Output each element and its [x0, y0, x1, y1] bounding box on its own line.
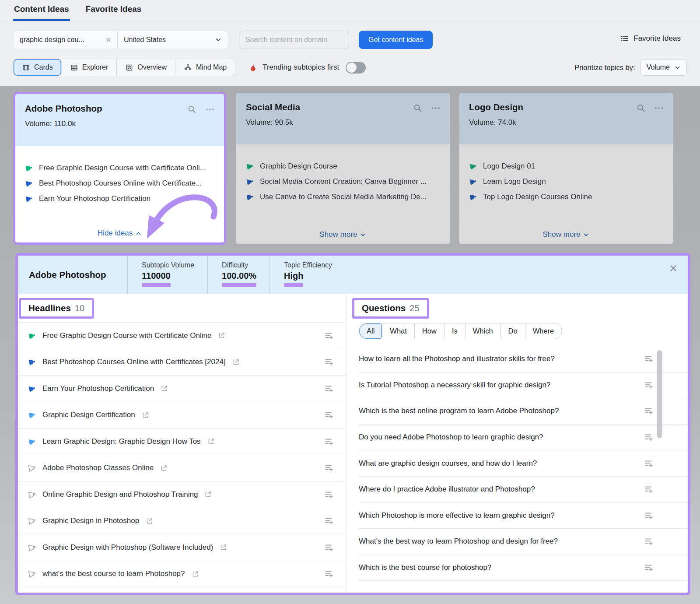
hide-ideas-link[interactable]: Hide ideas [15, 229, 224, 238]
external-link-icon[interactable] [192, 570, 199, 578]
add-to-list-icon[interactable] [324, 437, 334, 446]
idea-item[interactable]: Graphic Design Course [246, 162, 442, 171]
more-menu-icon[interactable] [430, 103, 441, 113]
question-filter-pill[interactable]: Is [444, 323, 466, 339]
tab-favorite-ideas[interactable]: Favorite Ideas [85, 0, 143, 21]
get-content-ideas-button[interactable]: Get content ideas [359, 31, 433, 49]
idea-item[interactable]: Use Canva to Create Social Media Marketi… [246, 193, 442, 201]
country-select[interactable]: United States [118, 31, 228, 49]
add-to-list-icon[interactable] [324, 569, 334, 579]
add-to-list-icon[interactable] [324, 463, 334, 473]
add-to-list-icon[interactable] [644, 380, 654, 390]
add-to-list-icon[interactable] [644, 537, 654, 546]
clear-keyword-icon[interactable] [105, 36, 112, 43]
chevron-down-icon [215, 36, 222, 43]
idea-item[interactable]: Earn Your Photoshop Certification [25, 194, 216, 203]
add-to-list-icon[interactable] [644, 563, 654, 572]
question-filter-pill[interactable]: How [415, 323, 444, 339]
headline-link[interactable]: Free Graphic Design Course with Certific… [42, 331, 211, 340]
headlines-title: Headlines [28, 303, 71, 313]
add-to-list-icon[interactable] [324, 410, 334, 420]
megaphone-icon [246, 177, 255, 186]
add-to-list-icon[interactable] [324, 331, 334, 341]
view-mindmap-button[interactable]: Mind Map [175, 59, 235, 76]
keyword-input[interactable]: graphic design cou... [14, 31, 118, 49]
trending-toggle[interactable] [346, 62, 366, 74]
add-to-list-icon[interactable] [324, 490, 334, 499]
megaphone-icon [28, 358, 37, 366]
external-link-icon[interactable] [207, 438, 215, 445]
idea-item[interactable]: Top Logo Design Courses Online [469, 193, 665, 201]
favorite-ideas-link[interactable]: Favorite Ideas [620, 34, 681, 43]
headline-link[interactable]: what's the best course to learn Photosho… [42, 569, 185, 578]
stat-label: Subtopic Volume [142, 261, 194, 269]
close-icon[interactable] [668, 263, 678, 273]
external-link-icon[interactable] [161, 385, 168, 392]
add-to-list-icon[interactable] [644, 406, 654, 416]
headline-link[interactable]: Earn Your Photoshop Certification [42, 384, 154, 393]
list-icon [620, 34, 629, 43]
highlight-underline [222, 283, 256, 287]
add-to-list-icon[interactable] [644, 485, 654, 494]
stat-difficulty: Difficulty 100.00% [207, 256, 270, 294]
idea-text: Graphic Design Course [260, 162, 337, 171]
add-to-list-icon[interactable] [324, 384, 334, 393]
card-title: Adobe Photoshop [25, 103, 214, 114]
search-icon[interactable] [413, 103, 423, 113]
prioritize-select[interactable]: Volume [640, 59, 687, 76]
view-explorer-button[interactable]: Explorer [62, 59, 117, 76]
show-more-link[interactable]: Show more [236, 230, 450, 239]
view-cards-button[interactable]: Cards [14, 59, 62, 76]
question-filter-pill[interactable]: Do [501, 323, 525, 339]
add-to-list-icon[interactable] [324, 357, 334, 367]
external-link-icon[interactable] [218, 332, 225, 339]
question-filter-pill[interactable]: All [359, 323, 382, 339]
view-overview-button[interactable]: Overview [117, 59, 175, 76]
external-link-icon[interactable] [204, 491, 212, 498]
scrollbar[interactable] [657, 350, 662, 438]
megaphone-icon [28, 569, 37, 578]
question-filter-pill[interactable]: Which [466, 323, 501, 339]
hide-ideas-label: Hide ideas [98, 229, 133, 238]
tab-content-ideas[interactable]: Content Ideas [13, 0, 70, 21]
idea-item[interactable]: Best Photoshop Courses Online with Certi… [25, 179, 216, 188]
add-to-list-icon[interactable] [644, 432, 654, 442]
headline-link[interactable]: Adobe Photoshop Classes Online [42, 464, 154, 472]
search-icon[interactable] [636, 103, 646, 113]
panel-body: Headlines 10 Free Graphic Design Course … [18, 294, 688, 593]
idea-item[interactable]: Logo Design 01 [469, 162, 665, 171]
headline-link[interactable]: Graphic Design Certification [42, 411, 135, 419]
external-link-icon[interactable] [146, 517, 153, 525]
headline-link[interactable]: Learn Graphic Design: Graphic Design How… [42, 437, 201, 446]
show-more-link[interactable]: Show more [459, 230, 673, 239]
external-link-icon[interactable] [220, 544, 227, 551]
add-to-list-icon[interactable] [644, 511, 654, 520]
more-menu-icon[interactable] [205, 105, 215, 114]
add-to-list-icon[interactable] [324, 543, 334, 552]
idea-item[interactable]: Learn Logo Design [469, 177, 665, 186]
domain-search-input[interactable] [239, 31, 349, 49]
add-to-list-icon[interactable] [324, 516, 334, 526]
headline-link[interactable]: Online Graphic Design and Photoshop Trai… [42, 490, 198, 499]
external-link-icon[interactable] [160, 464, 168, 472]
question-filter-pill[interactable]: What [382, 323, 415, 339]
card-body: Free Graphic Design Course with Certific… [15, 146, 224, 242]
idea-text: Top Logo Design Courses Online [483, 193, 592, 201]
headline-link[interactable]: Graphic Design in Photoshop [42, 516, 139, 525]
idea-item[interactable]: Social Media Content Creation: Canva Beg… [246, 177, 442, 186]
headlines-column: Headlines 10 Free Graphic Design Course … [18, 294, 346, 593]
headline-row: Earn Your Photoshop Certification [18, 376, 346, 402]
add-to-list-icon[interactable] [644, 354, 654, 364]
idea-item[interactable]: Free Graphic Design Course with Certific… [25, 164, 216, 172]
headline-link[interactable]: Best Photoshop Courses Online with Certi… [42, 358, 226, 366]
question-text: What are graphic design courses, and how… [359, 459, 644, 468]
question-filter-pill[interactable]: Where [525, 323, 562, 339]
idea-text: Social Media Content Creation: Canva Beg… [260, 177, 427, 186]
external-link-icon[interactable] [142, 411, 149, 419]
search-icon[interactable] [187, 105, 197, 114]
add-to-list-icon[interactable] [644, 459, 654, 468]
headline-row: Free Graphic Design Course with Certific… [18, 323, 346, 349]
more-menu-icon[interactable] [654, 103, 664, 113]
headline-link[interactable]: Graphic Design with Photoshop (Software … [42, 543, 213, 552]
external-link-icon[interactable] [232, 358, 240, 366]
